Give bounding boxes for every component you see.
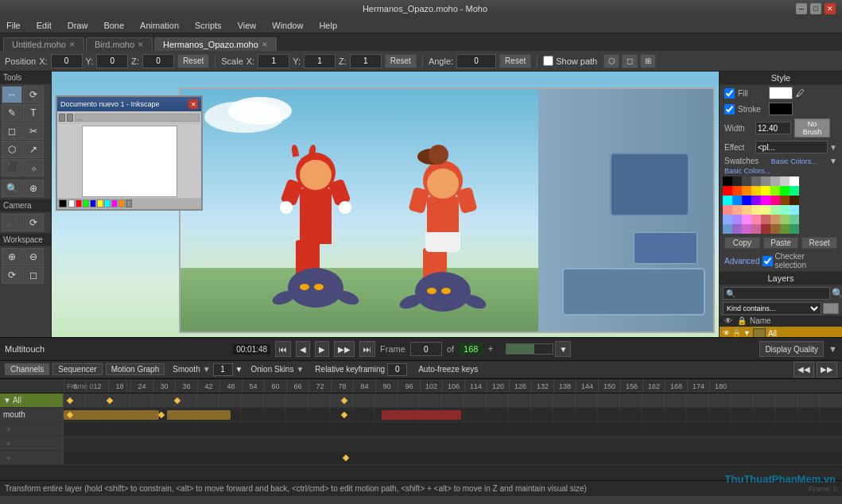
tab-untitled[interactable]: Untitled.moho ✕	[3, 37, 84, 51]
palette-color-cell[interactable]	[770, 196, 780, 205]
toolbar-icon-2[interactable]: ◻	[622, 54, 638, 68]
smooth-dropdown[interactable]: ▼	[203, 365, 211, 374]
track-content-empty3[interactable]	[64, 451, 842, 464]
palette-color-cell[interactable]	[790, 186, 799, 196]
inkscape-window[interactable]: Documento nuevo 1 - Inkscape ✕ ...	[56, 95, 203, 211]
palette-color-cell[interactable]	[770, 186, 780, 196]
inkscape-close-button[interactable]: ✕	[188, 99, 198, 109]
go-end-button[interactable]: ⏭	[359, 341, 375, 357]
tool-extra1[interactable]: ⊕	[23, 180, 44, 197]
fill-color-swatch[interactable]	[769, 87, 793, 99]
palette-color-cell[interactable]	[723, 224, 732, 234]
go-start-button[interactable]: ⏮	[275, 341, 291, 357]
menu-view[interactable]: View	[235, 19, 260, 32]
palette-color-cell[interactable]	[751, 205, 761, 215]
effect-input[interactable]	[755, 141, 828, 153]
tool-draw[interactable]: ✎	[2, 104, 22, 122]
x-input[interactable]	[51, 54, 83, 68]
layer-vis-icon[interactable]: 👁	[723, 329, 730, 337]
checker-check[interactable]: Checker selection	[762, 252, 837, 269]
ws-btn2[interactable]: ⊖	[23, 248, 44, 266]
tool-shape[interactable]: ◻	[2, 122, 22, 140]
tool-arrow[interactable]: ↗	[23, 141, 44, 158]
display-quality-dropdown[interactable]: ▼	[828, 344, 837, 354]
layer-item-all[interactable]: 👁 🔒 ▼ All	[720, 327, 842, 337]
channels-tab[interactable]: Channels	[5, 363, 49, 375]
palette-color-cell[interactable]	[751, 224, 761, 234]
fill-checkbox[interactable]	[724, 88, 735, 99]
palette-color-cell[interactable]	[761, 205, 770, 215]
maximize-button[interactable]: □	[810, 3, 821, 14]
palette-color-cell[interactable]	[742, 176, 751, 186]
palette-color-cell[interactable]	[732, 215, 742, 224]
palette-color-cell[interactable]	[770, 176, 780, 186]
smooth-value[interactable]	[213, 363, 233, 376]
frame-input[interactable]	[410, 342, 442, 356]
palette-color-cell[interactable]	[742, 224, 751, 234]
camera-btn2[interactable]: ⟳	[23, 214, 44, 231]
menu-edit[interactable]: Edit	[33, 19, 55, 32]
scale-x-input[interactable]	[258, 54, 289, 68]
onion-dropdown[interactable]: ▼	[296, 365, 304, 374]
menu-help[interactable]: Help	[316, 19, 340, 32]
layer-expand-icon[interactable]: ▼	[743, 329, 751, 337]
scale-z-input[interactable]	[350, 54, 382, 68]
reset-scale-button[interactable]: Reset	[385, 54, 417, 68]
smooth-arrows[interactable]: ▼	[235, 365, 243, 374]
tab-hermanos[interactable]: Hermanos_Opazo.moho ✕	[154, 37, 277, 51]
scene-viewport[interactable]	[179, 87, 715, 333]
timeline-options[interactable]: ▼	[555, 341, 571, 357]
tool-diamond[interactable]: ⬦	[23, 159, 44, 176]
inkscape-titlebar[interactable]: Documento nuevo 1 - Inkscape ✕	[57, 97, 201, 111]
no-brush-button[interactable]: No Brush	[794, 118, 830, 138]
sequencer-tab[interactable]: Sequencer	[52, 363, 102, 375]
fill-color-picker-icon[interactable]: 🖊	[796, 88, 805, 98]
palette-color-cell[interactable]	[790, 176, 799, 186]
palette-color-cell[interactable]	[790, 215, 799, 224]
tab-bird[interactable]: Bird.moho ✕	[86, 37, 153, 51]
add-frame-icon[interactable]: +	[487, 343, 493, 355]
menu-scripts[interactable]: Scripts	[192, 19, 225, 32]
z-input[interactable]	[142, 54, 174, 68]
palette-color-cell[interactable]	[761, 176, 770, 186]
motion-graph-tab[interactable]: Motion Graph	[106, 363, 165, 375]
tool-transform[interactable]: ↔	[2, 86, 22, 103]
play-button[interactable]: ▶	[315, 341, 329, 357]
copy-style-button[interactable]: Copy	[724, 237, 760, 249]
angle-input[interactable]	[456, 54, 496, 68]
advanced-label[interactable]: Advanced	[724, 257, 759, 266]
timeline-next-btn[interactable]: ▶▶	[817, 362, 837, 378]
palette-color-cell[interactable]	[742, 196, 751, 205]
menu-window[interactable]: Window	[269, 19, 306, 32]
relative-value[interactable]	[387, 363, 407, 376]
toolbar-icon-1[interactable]: ⬡	[603, 54, 619, 68]
palette-color-cell[interactable]	[761, 196, 770, 205]
menu-animation[interactable]: Animation	[137, 19, 182, 32]
palette-color-cell[interactable]	[770, 215, 780, 224]
palette-color-cell[interactable]	[732, 186, 742, 196]
layer-lock-icon[interactable]: 🔒	[732, 329, 741, 337]
camera-btn1[interactable]: 🎥	[2, 214, 22, 231]
palette-color-cell[interactable]	[790, 224, 799, 234]
reset-angle-button[interactable]: Reset	[499, 54, 531, 68]
tool-text[interactable]: T	[23, 104, 44, 122]
palette-color-cell[interactable]	[780, 186, 790, 196]
swatches-options-icon[interactable]: ▼	[829, 157, 837, 165]
palette-color-cell[interactable]	[723, 205, 732, 215]
layers-search-input[interactable]	[723, 287, 830, 300]
palette-color-cell[interactable]	[742, 205, 751, 215]
prev-frame-button[interactable]: ◀	[296, 341, 310, 357]
kind-color-swatch[interactable]	[823, 303, 839, 314]
palette-color-cell[interactable]	[742, 186, 751, 196]
menu-draw[interactable]: Draw	[64, 19, 91, 32]
ws-btn3[interactable]: ⟳	[2, 266, 22, 284]
track-content-all[interactable]	[64, 394, 842, 407]
reset-position-button[interactable]: Reset	[177, 54, 209, 68]
tab-close-hermanos[interactable]: ✕	[262, 41, 268, 48]
palette-color-cell[interactable]	[780, 205, 790, 215]
palette-color-cell[interactable]	[780, 176, 790, 186]
track-content-empty2[interactable]	[64, 436, 842, 450]
checker-checkbox[interactable]	[762, 256, 773, 266]
palette-color-cell[interactable]	[723, 186, 732, 196]
palette-color-cell[interactable]	[732, 205, 742, 215]
